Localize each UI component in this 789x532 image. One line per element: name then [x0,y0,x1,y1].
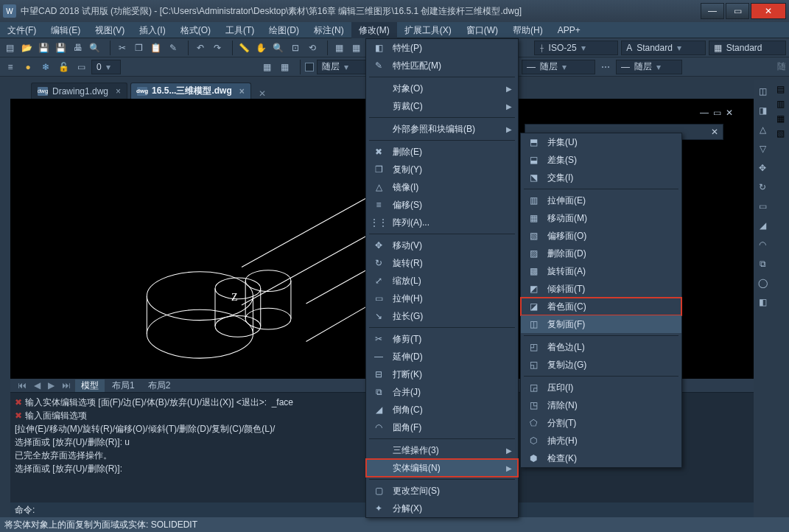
palette-i-icon[interactable]: ◠ [755,237,770,252]
lineweight-icon[interactable]: ⋯ [598,60,613,74]
solidedit-menu-item[interactable]: ⬒并集(U) [521,133,681,151]
freeze-icon[interactable]: ❄ [38,60,53,74]
palette-k-icon[interactable]: ◯ [755,276,770,290]
bulb-icon[interactable]: ● [21,60,35,74]
maximize-button[interactable]: ▭ [726,3,749,19]
modify-menu-item[interactable]: 实体编辑(N)▶ [366,459,518,477]
layer-color-icon[interactable]: ▭ [74,60,88,74]
modify-menu-item[interactable]: ◠圆角(F) [366,419,518,436]
solidedit-menu-item[interactable]: ⬠分割(T) [521,414,681,432]
layer-tools-icon[interactable]: ▦ [259,60,274,74]
solidedit-menu-item[interactable]: ◪着色面(C) [521,298,681,315]
solidedit-menu-item[interactable]: ◩倾斜面(T) [521,280,681,298]
cut-icon[interactable]: ✂ [115,41,129,55]
match-icon[interactable]: ✎ [166,41,180,55]
palette-h-icon[interactable]: ◢ [755,218,770,233]
textstyle-combo[interactable]: A Standard ▾ [621,41,706,55]
palette-c-icon[interactable]: △ [755,122,770,137]
layout-first-icon[interactable]: ⏮ [15,380,29,391]
tab-close-icon[interactable]: × [239,86,245,97]
color-combo[interactable]: 随层▾ [317,60,368,74]
menu-文件[interactable]: 文件(F) [0,22,43,38]
palette-e-icon[interactable]: ✥ [755,161,770,175]
linetype-combo[interactable]: —随层▾ [522,60,595,74]
undo-icon[interactable]: ↶ [193,41,207,55]
redo-icon[interactable]: ↷ [210,41,224,55]
menu-标注[interactable]: 标注(N) [306,22,351,38]
modify-menu-item[interactable]: ⊟打断(K) [366,365,518,383]
solidedit-menu-item[interactable]: ▧偏移面(O) [521,227,681,245]
solidedit-menu-item[interactable]: ◰着色边(L) [521,338,681,356]
palette-d-icon[interactable]: ▽ [755,141,770,156]
palette-j-icon[interactable]: ⧉ [755,256,770,271]
palette2-b-icon[interactable]: ▥ [776,99,785,109]
measure-icon[interactable]: 📏 [237,41,251,55]
tab-close-icon[interactable]: × [116,86,121,97]
menu-app+[interactable]: APP+ [550,22,588,38]
bylayer-check[interactable] [305,63,314,71]
menu-工具[interactable]: 工具(T) [218,22,262,38]
zoom-prev-icon[interactable]: ⟲ [306,41,320,55]
menu-修改[interactable]: 修改(M) [351,22,397,38]
document-tab[interactable]: dwg16.5...三维模型.dwg× [130,83,251,99]
layout-next-icon[interactable]: ▶ [45,380,57,391]
block-icon[interactable]: ▦ [332,41,346,55]
lineweight-combo[interactable]: —随层▾ [616,60,682,74]
save-icon[interactable]: 💾 [37,41,51,55]
solidedit-menu-item[interactable]: ▩旋转面(A) [521,262,681,280]
tab-overflow-icon[interactable]: ✕ [254,88,270,99]
document-tab[interactable]: dwgDrawing1.dwg× [31,83,127,99]
modify-menu-item[interactable]: ↻旋转(R) [366,254,518,272]
open-icon[interactable]: 📂 [20,41,34,55]
save-all-icon[interactable]: 💾 [54,41,68,55]
palette-b-icon[interactable]: ◨ [755,103,770,118]
menu-编辑[interactable]: 编辑(E) [43,22,88,38]
palette-l-icon[interactable]: ◧ [755,295,770,309]
modify-menu-item[interactable]: ❐复制(Y) [366,161,518,178]
dimstyle-combo[interactable]: ⟊ ISO-25 ▾ [534,41,619,55]
menu-格式[interactable]: 格式(O) [173,22,218,38]
modify-menu-item[interactable]: △镜像(I) [366,178,518,196]
zoom-icon[interactable]: 🔍 [271,41,285,55]
modify-menu-item[interactable]: ≡偏移(S) [366,196,518,214]
modify-menu-item[interactable]: 对象(O)▶ [366,80,518,97]
zoom-window-icon[interactable]: ⊡ [288,41,302,55]
minimize-button[interactable]: — [701,3,724,19]
modify-menu-item[interactable]: 剪裁(C)▶ [366,97,518,115]
modify-menu-item[interactable]: ✖删除(E) [366,143,518,161]
xref-icon[interactable]: ▦ [349,41,363,55]
modify-menu-item[interactable]: ▭拉伸(H) [366,290,518,307]
solidedit-menu-item[interactable]: ⬢检查(K) [521,449,681,467]
float-close-icon[interactable]: ✕ [726,108,733,118]
modify-menu-item[interactable]: ⋮⋮阵列(A)... [366,214,518,231]
new-icon[interactable]: ▤ [3,41,17,55]
layer-zero-combo[interactable]: 0▾ [91,60,121,74]
modify-menu-item[interactable]: ⧉合并(J) [366,383,518,401]
solidedit-menu-item[interactable]: ◲压印(I) [521,379,681,396]
float-max-icon[interactable]: ▭ [713,108,721,118]
palette-a-icon[interactable]: ◫ [755,84,770,99]
layout-tab-布局2[interactable]: 布局2 [142,379,177,392]
palette2-c-icon[interactable]: ▦ [776,113,785,124]
float-min-icon[interactable]: — [700,108,709,118]
solidedit-menu-item[interactable]: ⬡抽壳(H) [521,432,681,449]
modify-menu-item[interactable]: ✥移动(V) [366,237,518,254]
modify-menu-item[interactable]: ⤢缩放(L) [366,272,518,290]
modify-menu-item[interactable]: ◢倒角(C) [366,401,518,419]
pan-icon[interactable]: ✋ [254,41,268,55]
modify-menu-item[interactable]: 三维操作(3)▶ [366,441,518,459]
menu-绘图[interactable]: 绘图(D) [262,22,306,38]
solidedit-menu-item[interactable]: ◱复制边(G) [521,356,681,374]
lock-icon[interactable]: 🔓 [56,60,71,74]
tablestyle-combo[interactable]: ▦ Standard [709,41,786,55]
palette2-a-icon[interactable]: ▤ [776,84,785,94]
layout-last-icon[interactable]: ⏭ [59,380,74,391]
menu-扩展工具[interactable]: 扩展工具(X) [397,22,459,38]
layout-tab-布局1[interactable]: 布局1 [106,379,141,392]
palette-g-icon[interactable]: ▭ [755,199,770,214]
modify-menu-item[interactable]: ✦分解(X) [366,500,518,517]
modify-menu-item[interactable]: ✂修剪(T) [366,330,518,348]
solidedit-menu-item[interactable]: ▨删除面(D) [521,245,681,262]
palette-f-icon[interactable]: ↻ [755,180,770,195]
modify-menu-item[interactable]: —延伸(D) [366,348,518,365]
